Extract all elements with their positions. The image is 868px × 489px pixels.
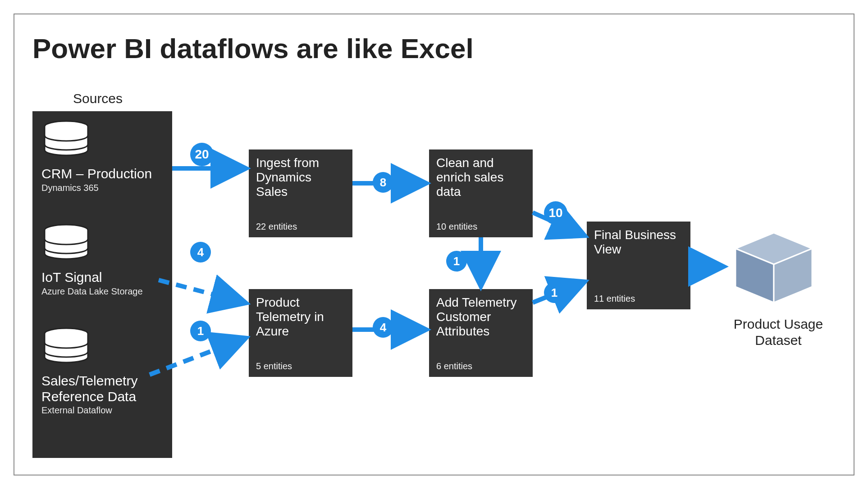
badge-ref-to-telem: 1 <box>190 321 211 341</box>
node-final-sub: 11 entities <box>594 294 635 304</box>
source-ref-name: Sales/Telemetry Reference Data <box>41 373 163 404</box>
source-ref: Sales/Telemetry Reference Data External … <box>41 327 163 416</box>
node-addattr: Add Telemetry Customer Attributes 6 enti… <box>429 289 533 377</box>
slide: Power BI dataflows are like Excel Source… <box>0 0 868 489</box>
source-iot: IoT Signal Azure Data Lake Storage <box>41 224 163 297</box>
badge-ingest-to-clean: 8 <box>373 172 393 193</box>
cube-icon <box>731 228 817 305</box>
badge-clean-to-final: 10 <box>544 201 567 225</box>
source-iot-name: IoT Signal <box>41 270 163 285</box>
database-icon <box>41 327 91 368</box>
node-clean-sub: 10 entities <box>436 222 477 232</box>
badge-clean-to-addattr: 1 <box>446 251 467 272</box>
sources-heading: Sources <box>73 91 123 106</box>
sources-panel: CRM – Production Dynamics 365 IoT Signal… <box>32 111 172 458</box>
database-icon <box>41 224 91 264</box>
node-telemetry: Product Telemetry in Azure 5 entities <box>249 289 352 377</box>
source-crm-sub: Dynamics 365 <box>41 183 163 193</box>
badge-iot-to-telem: 4 <box>190 242 211 263</box>
source-ref-sub: External Dataflow <box>41 405 163 416</box>
source-crm: CRM – Production Dynamics 365 <box>41 120 163 193</box>
node-addattr-title: Add Telemetry Customer Attributes <box>436 295 525 339</box>
node-ingest-title: Ingest from Dynamics Sales <box>256 156 345 199</box>
node-telemetry-title: Product Telemetry in Azure <box>256 295 345 339</box>
output-label: Product Usage Dataset <box>726 316 830 349</box>
node-addattr-sub: 6 entities <box>436 361 472 371</box>
badge-addattr-to-final: 1 <box>544 282 565 303</box>
node-telemetry-sub: 5 entities <box>256 361 292 371</box>
source-crm-name: CRM – Production <box>41 166 163 182</box>
badge-telem-to-addattr: 4 <box>373 317 393 338</box>
slide-frame: Power BI dataflows are like Excel Source… <box>14 14 854 475</box>
source-iot-sub: Azure Data Lake Storage <box>41 286 163 297</box>
node-ingest-sub: 22 entities <box>256 222 297 232</box>
badge-crm-to-ingest: 20 <box>190 143 214 166</box>
node-final-title: Final Business View <box>594 228 683 257</box>
node-clean: Clean and enrich sales data 10 entities <box>429 149 533 237</box>
page-title: Power BI dataflows are like Excel <box>32 32 474 64</box>
node-final: Final Business View 11 entities <box>587 222 690 309</box>
node-clean-title: Clean and enrich sales data <box>436 156 525 199</box>
database-icon <box>41 120 91 161</box>
node-ingest: Ingest from Dynamics Sales 22 entities <box>249 149 352 237</box>
